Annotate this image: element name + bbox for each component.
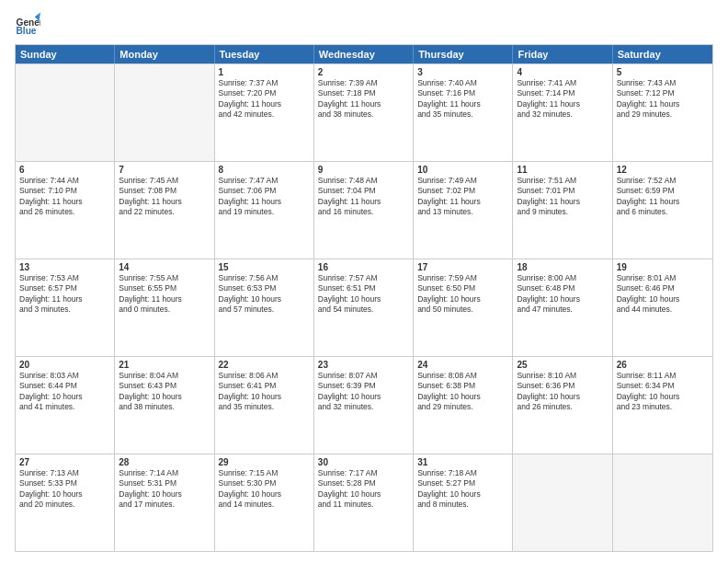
day-number: 15 [219,262,310,272]
day-cell-31: 31Sunrise: 7:18 AMSunset: 5:27 PMDayligh… [414,454,513,551]
empty-cell [513,454,612,551]
cell-line: Sunrise: 8:06 AM [219,371,310,381]
calendar-row-0: 1Sunrise: 7:37 AMSunset: 7:20 PMDaylight… [16,63,712,161]
cell-line: Daylight: 11 hours [219,197,310,207]
weekday-header-tuesday: Tuesday [215,45,314,63]
day-cell-4: 4Sunrise: 7:41 AMSunset: 7:14 PMDaylight… [513,64,612,161]
cell-line: and 0 minutes. [119,304,210,315]
cell-line: Sunset: 6:38 PM [417,381,508,391]
weekday-header-friday: Friday [513,45,612,63]
calendar: SundayMondayTuesdayWednesdayThursdayFrid… [15,44,713,552]
cell-line: and 29 minutes. [617,109,709,120]
cell-line: Sunrise: 7:45 AM [119,176,210,186]
day-number: 28 [119,457,210,467]
day-cell-2: 2Sunrise: 7:39 AMSunset: 7:18 PMDaylight… [314,64,414,161]
cell-line: and 20 minutes. [19,500,110,510]
cell-line: and 32 minutes. [517,109,608,120]
cell-line: Sunset: 6:55 PM [119,283,210,293]
cell-line: Sunset: 5:33 PM [19,478,110,488]
calendar-row-1: 6Sunrise: 7:44 AMSunset: 7:10 PMDaylight… [16,161,712,259]
cell-line: and 6 minutes. [617,207,709,217]
cell-line: and 44 minutes. [617,304,709,315]
cell-line: Daylight: 10 hours [119,489,210,500]
cell-line: Daylight: 10 hours [19,392,110,402]
cell-line: Sunrise: 7:37 AM [219,78,310,88]
cell-line: Sunset: 5:31 PM [119,478,210,488]
day-cell-16: 16Sunrise: 7:57 AMSunset: 6:51 PMDayligh… [314,259,414,356]
cell-line: Sunrise: 7:59 AM [417,273,508,283]
cell-line: Daylight: 10 hours [318,489,409,500]
cell-line: and 8 minutes. [417,500,508,510]
cell-line: Sunrise: 7:47 AM [219,176,310,186]
calendar-row-4: 27Sunrise: 7:13 AMSunset: 5:33 PMDayligh… [16,454,712,551]
cell-line: Daylight: 10 hours [19,489,110,500]
day-number: 30 [318,457,409,467]
cell-line: and 11 minutes. [318,500,409,510]
cell-line: Sunrise: 8:08 AM [417,371,508,381]
day-cell-29: 29Sunrise: 7:15 AMSunset: 5:30 PMDayligh… [215,454,314,551]
day-number: 1 [219,67,310,77]
day-number: 4 [517,67,608,77]
cell-line: Sunset: 6:34 PM [617,381,709,391]
day-number: 7 [119,165,210,175]
cell-line: Sunrise: 7:44 AM [19,176,110,186]
empty-cell [16,64,115,161]
cell-line: Sunset: 5:30 PM [219,478,310,488]
cell-line: Daylight: 11 hours [617,99,709,109]
day-number: 17 [417,262,508,272]
cell-line: and 26 minutes. [19,207,110,217]
day-number: 19 [617,262,709,272]
weekday-header-sunday: Sunday [16,45,115,63]
day-number: 23 [318,360,409,370]
cell-line: Daylight: 11 hours [119,294,210,304]
cell-line: Daylight: 10 hours [219,392,310,402]
weekday-header-thursday: Thursday [414,45,513,63]
cell-line: Sunset: 7:10 PM [19,186,110,196]
cell-line: and 9 minutes. [517,207,608,217]
day-number: 12 [617,165,709,175]
day-number: 29 [219,457,310,467]
cell-line: Daylight: 10 hours [617,392,709,402]
cell-line: Sunset: 7:16 PM [417,88,508,98]
cell-line: Sunset: 6:41 PM [219,381,310,391]
cell-line: Sunrise: 7:15 AM [219,468,310,478]
cell-line: and 23 minutes. [617,402,709,412]
day-cell-23: 23Sunrise: 8:07 AMSunset: 6:39 PMDayligh… [314,357,414,454]
day-cell-13: 13Sunrise: 7:53 AMSunset: 6:57 PMDayligh… [16,259,115,356]
day-number: 5 [617,67,709,77]
day-number: 10 [417,165,508,175]
cell-line: and 35 minutes. [417,109,508,120]
cell-line: Sunrise: 7:51 AM [517,176,608,186]
cell-line: Sunset: 6:48 PM [517,283,608,293]
cell-line: Sunset: 6:36 PM [517,381,608,391]
day-cell-14: 14Sunrise: 7:55 AMSunset: 6:55 PMDayligh… [115,259,214,356]
cell-line: Daylight: 11 hours [19,294,110,304]
cell-line: Daylight: 11 hours [318,99,409,109]
page: General Blue SundayMondayTuesdayWednesda… [0,0,728,563]
cell-line: Daylight: 10 hours [318,294,409,304]
cell-line: Sunrise: 8:00 AM [517,273,608,283]
cell-line: and 38 minutes. [119,402,210,412]
day-cell-1: 1Sunrise: 7:37 AMSunset: 7:20 PMDaylight… [215,64,314,161]
empty-cell [115,64,214,161]
cell-line: Daylight: 10 hours [517,392,608,402]
cell-line: Sunset: 5:27 PM [417,478,508,488]
cell-line: Sunrise: 8:10 AM [517,371,608,381]
day-number: 6 [19,165,110,175]
cell-line: Sunset: 6:44 PM [19,381,110,391]
cell-line: and 32 minutes. [318,402,409,412]
cell-line: Sunrise: 7:18 AM [417,468,508,478]
cell-line: and 54 minutes. [318,304,409,315]
cell-line: and 22 minutes. [119,207,210,217]
day-number: 2 [318,67,409,77]
cell-line: Sunrise: 7:56 AM [219,273,310,283]
cell-line: Sunset: 6:50 PM [417,283,508,293]
cell-line: Sunrise: 7:43 AM [617,78,709,88]
cell-line: Sunset: 6:43 PM [119,381,210,391]
cell-line: Sunrise: 7:57 AM [318,273,409,283]
day-cell-15: 15Sunrise: 7:56 AMSunset: 6:53 PMDayligh… [215,259,314,356]
svg-text:Blue: Blue [17,26,37,36]
cell-line: Sunrise: 7:49 AM [417,176,508,186]
cell-line: Sunrise: 7:13 AM [19,468,110,478]
day-cell-28: 28Sunrise: 7:14 AMSunset: 5:31 PMDayligh… [115,454,214,551]
